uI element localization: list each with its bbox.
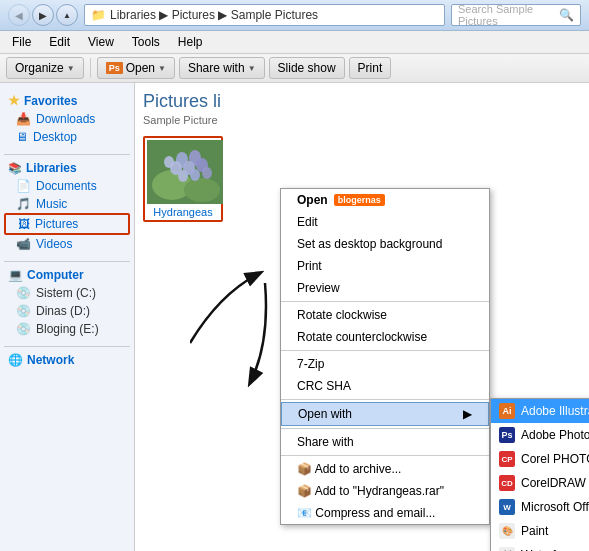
print-button[interactable]: Print: [349, 57, 392, 79]
libraries-icon: 📚: [8, 162, 22, 175]
submenu-item-6[interactable]: 🦊 Waterfox: [491, 543, 589, 551]
desktop-icon: 🖥: [16, 130, 28, 144]
ctx-set-desktop[interactable]: Set as desktop background: [281, 233, 489, 255]
ctx-compress-email[interactable]: 📧 Compress and email...: [281, 502, 489, 524]
submenu-item-1[interactable]: Ps Adobe Photoshop CS6: [491, 423, 589, 447]
address-path: Libraries ▶ Pictures ▶ Sample Pictures: [110, 8, 318, 22]
libraries-label: Libraries: [26, 161, 77, 175]
ctx-edit[interactable]: Edit: [281, 211, 489, 233]
ctx-preview[interactable]: Preview: [281, 277, 489, 299]
desktop-label: Desktop: [33, 130, 77, 144]
sidebar-item-dinas[interactable]: 💿 Dinas (D:): [4, 302, 130, 320]
sidebar-computer-header[interactable]: 💻 Computer: [4, 266, 130, 284]
share-with-button[interactable]: Share with ▼: [179, 57, 265, 79]
submenu-label-4: Microsoft Office 2010: [521, 500, 589, 514]
disk-e-icon: 💿: [16, 322, 31, 336]
documents-label: Documents: [36, 179, 97, 193]
favorites-label: Favorites: [24, 94, 77, 108]
submenu-item-2[interactable]: CP Corel PHOTO-PAINT X7 (64-Bit): [491, 447, 589, 471]
file-hydrangeas[interactable]: Hydrangeas: [143, 136, 223, 222]
disk-c-icon: 💿: [16, 286, 31, 300]
sidebar-item-pictures[interactable]: 🖼 Pictures: [4, 213, 130, 235]
print-label: Print: [358, 61, 383, 75]
bloging-label: Bloging (E:): [36, 322, 99, 336]
pictures-label: Pictures: [35, 217, 78, 231]
organize-button[interactable]: Organize ▼: [6, 57, 84, 79]
up-button[interactable]: ▲: [56, 4, 78, 26]
menu-view[interactable]: View: [80, 33, 122, 51]
submenu-label-5: Paint: [521, 524, 548, 538]
ctx-zip[interactable]: 7-Zip: [281, 353, 489, 375]
sidebar-item-music[interactable]: 🎵 Music: [4, 195, 130, 213]
open-label: Open: [126, 61, 155, 75]
folder-icon: 📁: [91, 8, 106, 22]
network-icon: 🌐: [8, 353, 23, 367]
content-title: Pictures li: [143, 91, 581, 112]
add-rar-icon: 📦: [297, 484, 312, 498]
sidebar-item-desktop[interactable]: 🖥 Desktop: [4, 128, 130, 146]
context-menu: Open blogernas Edit Set as desktop backg…: [280, 188, 490, 525]
disk-d-icon: 💿: [16, 304, 31, 318]
svg-point-8: [178, 170, 188, 182]
title-bar: ◀ ▶ ▲ 📁 Libraries ▶ Pictures ▶ Sample Pi…: [0, 0, 589, 31]
sidebar-item-videos[interactable]: 📹 Videos: [4, 235, 130, 253]
submenu-icon-1: Ps: [499, 427, 515, 443]
blogernas-logo: blogernas: [334, 194, 385, 206]
submenu-icon-3: CD: [499, 475, 515, 491]
content-area: Pictures li Sample Picture: [135, 83, 589, 551]
add-archive-icon: 📦: [297, 462, 312, 476]
submenu-icon-5: 🎨: [499, 523, 515, 539]
ctx-add-archive[interactable]: 📦 Add to archive...: [281, 458, 489, 480]
ctx-add-rar[interactable]: 📦 Add to "Hydrangeas.rar": [281, 480, 489, 502]
ctx-print[interactable]: Print: [281, 255, 489, 277]
submenu-icon-0: Ai: [499, 403, 515, 419]
sidebar-libraries-header[interactable]: 📚 Libraries: [4, 159, 130, 177]
sidebar-item-bloging[interactable]: 💿 Bloging (E:): [4, 320, 130, 338]
sidebar-item-sistem[interactable]: 💿 Sistem (C:): [4, 284, 130, 302]
menu-file[interactable]: File: [4, 33, 39, 51]
menu-help[interactable]: Help: [170, 33, 211, 51]
search-box[interactable]: Search Sample Pictures 🔍: [451, 4, 581, 26]
menu-edit[interactable]: Edit: [41, 33, 78, 51]
sidebar-libraries: 📚 Libraries 📄 Documents 🎵 Music 🖼 Pictur…: [4, 159, 130, 253]
ctx-open-with[interactable]: Open with ▶: [281, 402, 489, 426]
address-bar[interactable]: 📁 Libraries ▶ Pictures ▶ Sample Pictures: [84, 4, 445, 26]
ctx-sep-5: [281, 455, 489, 456]
sidebar-network-header[interactable]: 🌐 Network: [4, 351, 130, 369]
ctx-share-with[interactable]: Share with: [281, 431, 489, 453]
ctx-sep-3: [281, 399, 489, 400]
ctx-crc-sha[interactable]: CRC SHA: [281, 375, 489, 397]
computer-icon: 💻: [8, 268, 23, 282]
downloads-label: Downloads: [36, 112, 95, 126]
submenu-item-4[interactable]: W Microsoft Office 2010: [491, 495, 589, 519]
dinas-label: Dinas (D:): [36, 304, 90, 318]
slide-show-button[interactable]: Slide show: [269, 57, 345, 79]
file-label: Hydrangeas: [147, 206, 219, 218]
ctx-open-item[interactable]: Open blogernas: [281, 189, 489, 211]
ps-icon: Ps: [106, 62, 123, 74]
downloads-icon: 📥: [16, 112, 31, 126]
open-button[interactable]: Ps Open ▼: [97, 57, 175, 79]
submenu-item-5[interactable]: 🎨 Paint: [491, 519, 589, 543]
computer-label: Computer: [27, 268, 84, 282]
sidebar-div-3: [4, 346, 130, 347]
ctx-rotate-cw[interactable]: Rotate clockwise: [281, 304, 489, 326]
submenu-item-3[interactable]: CD CorelDRAW X7 (64-Bit): [491, 471, 589, 495]
slide-show-label: Slide show: [278, 61, 336, 75]
back-button[interactable]: ◀: [8, 4, 30, 26]
ctx-rotate-ccw[interactable]: Rotate counterclockwise: [281, 326, 489, 348]
sidebar-favorites: ★ Favorites 📥 Downloads 🖥 Desktop: [4, 91, 130, 146]
svg-point-2: [184, 178, 220, 202]
share-with-arrow: ▼: [248, 64, 256, 73]
submenu-item-0[interactable]: Ai Adobe Illustrator CS6: [491, 399, 589, 423]
menu-tools[interactable]: Tools: [124, 33, 168, 51]
submenu-icon-4: W: [499, 499, 515, 515]
sidebar-item-downloads[interactable]: 📥 Downloads: [4, 110, 130, 128]
forward-button[interactable]: ▶: [32, 4, 54, 26]
sidebar-item-documents[interactable]: 📄 Documents: [4, 177, 130, 195]
submenu-label-2: Corel PHOTO-PAINT X7 (64-Bit): [521, 452, 589, 466]
ctx-sep-2: [281, 350, 489, 351]
sidebar-favorites-header[interactable]: ★ Favorites: [4, 91, 130, 110]
toolbar: Organize ▼ Ps Open ▼ Share with ▼ Slide …: [0, 54, 589, 83]
ctx-open-with-label: Open with: [298, 407, 352, 421]
